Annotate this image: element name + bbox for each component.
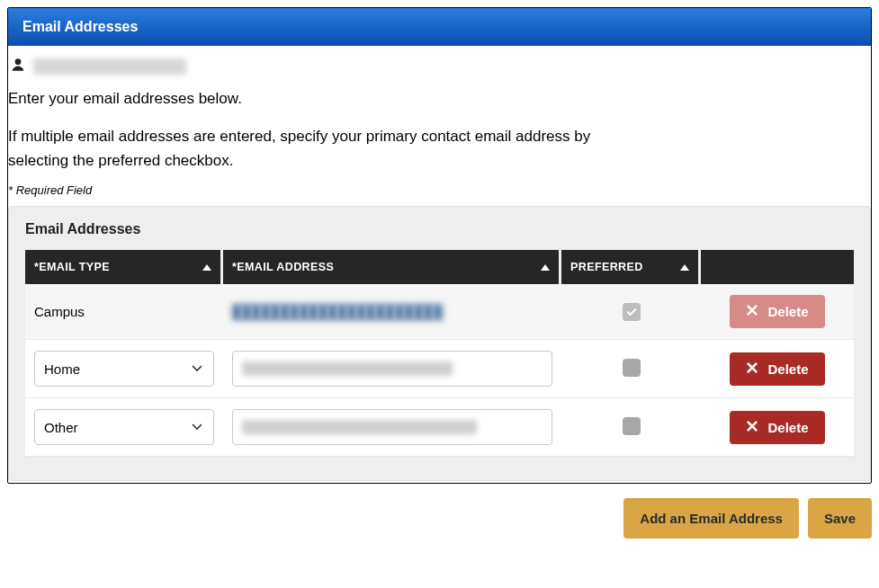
email-table: *EMAIL TYPE *EMAIL ADDRESS: [25, 250, 854, 457]
save-button[interactable]: Save: [808, 498, 872, 539]
sort-ascending-icon: [202, 264, 211, 271]
intro-line1: Enter your email addresses below.: [8, 82, 629, 114]
delete-button: Delete: [730, 295, 824, 328]
delete-button-label: Delete: [767, 420, 808, 435]
email-addresses-panel: Email Addresses Enter your email address…: [7, 7, 872, 484]
email-type-readonly: Campus: [34, 304, 85, 319]
preferred-checkbox-locked: [623, 303, 641, 321]
delete-button[interactable]: Delete: [730, 411, 824, 444]
footer-actions: Add an Email Address Save: [7, 484, 872, 546]
preferred-checkbox[interactable]: [623, 417, 641, 435]
preferred-checkbox[interactable]: [623, 359, 641, 377]
intro-line2: If multiple email addresses are entered,…: [8, 120, 629, 176]
close-icon: [746, 361, 758, 377]
sort-ascending-icon: [541, 264, 550, 271]
close-icon: [746, 304, 758, 319]
col-header-email-address[interactable]: *EMAIL ADDRESS: [223, 250, 561, 284]
email-address-input[interactable]: [232, 409, 552, 445]
required-field-note: * Required Field: [8, 176, 871, 206]
card-title: Email Addresses: [9, 207, 870, 250]
col-header-email-type[interactable]: *EMAIL TYPE: [25, 250, 223, 284]
panel-title: Email Addresses: [8, 8, 871, 46]
email-address-redacted: [242, 420, 477, 434]
email-address-readonly-redacted: ██████████████████████: [232, 304, 443, 319]
col-header-email-address-label: *EMAIL ADDRESS: [232, 261, 334, 273]
email-type-select[interactable]: Other: [34, 409, 214, 445]
delete-button-label: Delete: [767, 361, 808, 377]
user-row: [8, 55, 871, 82]
email-type-select[interactable]: Home: [34, 351, 214, 387]
email-address-redacted: [242, 361, 453, 376]
email-table-card: Email Addresses *EMAIL TYPE: [8, 206, 871, 481]
table-row: Other: [25, 398, 854, 457]
delete-button[interactable]: Delete: [730, 352, 824, 386]
user-name-redacted: [33, 58, 186, 75]
table-row: Campus ██████████████████████: [25, 284, 854, 340]
close-icon: [746, 420, 758, 435]
col-header-email-type-label: *EMAIL TYPE: [34, 261, 110, 273]
user-icon: [10, 57, 26, 76]
col-header-actions: [701, 250, 854, 284]
col-header-preferred[interactable]: PREFERRED: [561, 250, 701, 284]
svg-point-0: [15, 58, 22, 65]
table-row: Home: [25, 340, 854, 398]
email-address-input[interactable]: [232, 351, 552, 387]
delete-button-label: Delete: [767, 304, 808, 319]
add-email-button[interactable]: Add an Email Address: [623, 498, 799, 539]
panel-body: Enter your email addresses below. If mul…: [8, 46, 871, 483]
sort-ascending-icon: [680, 264, 689, 271]
col-header-preferred-label: PREFERRED: [570, 261, 643, 273]
